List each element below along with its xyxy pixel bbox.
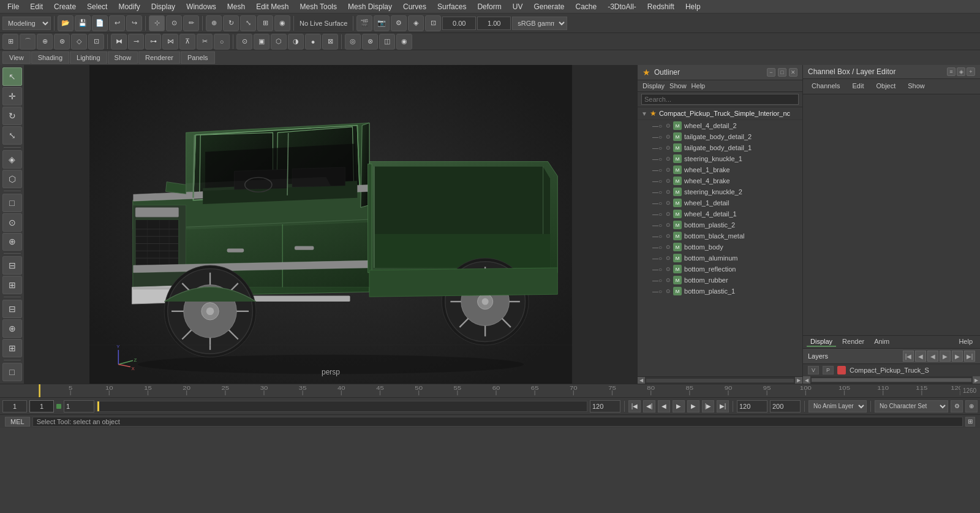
layers-scroll-left[interactable]: ◀ xyxy=(803,376,810,384)
tab-show[interactable]: Show xyxy=(108,51,138,64)
menu-surfaces[interactable]: Surfaces xyxy=(432,1,471,12)
isolate-btn[interactable]: ⊙ xyxy=(236,34,252,50)
render-btn[interactable]: 🎬 xyxy=(356,15,372,31)
keep-faces-btn[interactable]: ◫ xyxy=(379,34,395,50)
show-tool[interactable]: ⊟ xyxy=(2,256,22,275)
select-tool[interactable]: ↖ xyxy=(2,67,22,86)
playback-range-start[interactable] xyxy=(64,400,94,412)
outliner-scroll-right[interactable]: ▶ xyxy=(795,377,802,384)
texture-btn[interactable]: ⊠ xyxy=(322,34,338,50)
display-btn[interactable]: ▣ xyxy=(254,34,270,50)
paint-tool-btn[interactable]: ✏ xyxy=(183,15,199,31)
layers-nav-4[interactable]: ▶ xyxy=(940,351,951,362)
undo-btn[interactable]: ↩ xyxy=(109,15,125,31)
menu-uv[interactable]: UV xyxy=(508,1,528,12)
menu-edit[interactable]: Edit xyxy=(25,1,48,12)
menu-create[interactable]: Create xyxy=(49,1,81,12)
gamma-dropdown[interactable]: sRGB gamma xyxy=(512,17,567,30)
ipr-btn[interactable]: 📷 xyxy=(374,15,390,31)
snap-surface-btn[interactable]: ◇ xyxy=(71,34,87,50)
hide-btn[interactable]: ○ xyxy=(214,34,230,50)
paint-select-tool[interactable]: ⊙ xyxy=(2,213,22,232)
outliner-close-btn[interactable]: ✕ xyxy=(789,68,797,77)
outliner-menu-help[interactable]: Help xyxy=(692,82,706,89)
tree-item-10[interactable]: —○ ⊙ M bottom_black_metal xyxy=(638,230,802,241)
layer-playback-btn[interactable]: P xyxy=(823,366,834,374)
tree-item-11[interactable]: —○ ⊙ M bottom_body xyxy=(638,241,802,253)
tree-item-2[interactable]: —○ ⊙ M tailgate_body_detail_1 xyxy=(638,142,802,153)
playback-char-icon1[interactable]: ⚙ xyxy=(951,400,963,412)
transform-btn[interactable]: ⊕ xyxy=(206,15,222,31)
shade-btn[interactable]: ◑ xyxy=(288,34,304,50)
soft-sel-tool[interactable]: ⊕ xyxy=(2,233,22,251)
layers-nav-6[interactable]: ▶| xyxy=(964,351,975,362)
open-btn[interactable]: 📂 xyxy=(58,15,74,31)
tab-renderer[interactable]: Renderer xyxy=(138,51,180,64)
preserve-btn[interactable]: ⋈ xyxy=(162,34,178,50)
layers-nav-3[interactable]: ◀ xyxy=(927,351,938,362)
outliner-menu-show[interactable]: Show xyxy=(669,82,687,89)
mel-button[interactable]: MEL xyxy=(5,417,30,427)
layer-color-swatch[interactable] xyxy=(837,366,846,374)
rotate-btn[interactable]: ↻ xyxy=(223,15,239,31)
lasso-tool-btn[interactable]: ⊙ xyxy=(166,15,182,31)
menu-edit-mesh[interactable]: Edit Mesh xyxy=(251,1,293,12)
tree-item-13[interactable]: —○ ⊙ M bottom_reflection xyxy=(638,264,802,275)
outliner-tree[interactable]: ▼ ★ Compact_Pickup_Truck_Simple_Interior… xyxy=(638,107,802,376)
playback-skip-end-btn[interactable]: ▶| xyxy=(717,400,729,412)
playback-play-btn[interactable]: ▶ xyxy=(673,400,685,412)
subtab-help[interactable]: Help xyxy=(955,337,976,347)
tab-lighting[interactable]: Lighting xyxy=(70,51,107,64)
playback-char-icon2[interactable]: ⊕ xyxy=(965,400,978,412)
viewport[interactable]: Z Y X persp xyxy=(24,65,637,384)
menu-help[interactable]: Help xyxy=(680,1,706,12)
playback-range-end[interactable] xyxy=(590,400,620,412)
channel-tab-object[interactable]: Object xyxy=(871,81,900,92)
menu-mesh-tools[interactable]: Mesh Tools xyxy=(295,1,342,12)
tree-item-7[interactable]: —○ ⊙ M wheel_1_detail xyxy=(638,197,802,208)
playback-skip-start-btn[interactable]: |◀ xyxy=(628,400,641,412)
hide-obj-tool[interactable]: ⊞ xyxy=(2,276,22,294)
channel-box-icon2[interactable]: ◈ xyxy=(957,67,965,76)
tweak-btn[interactable]: ⊶ xyxy=(145,34,161,50)
snap-live-btn[interactable]: ⊡ xyxy=(88,34,104,50)
menu-generate[interactable]: Generate xyxy=(529,1,569,12)
tree-item-5[interactable]: —○ ⊙ M wheel_4_brake xyxy=(638,175,802,186)
redo-btn[interactable]: ↪ xyxy=(126,15,142,31)
xray-btn[interactable]: ◎ xyxy=(345,34,361,50)
lasso-tool[interactable]: □ xyxy=(2,194,22,212)
rotate-tool[interactable]: ↻ xyxy=(2,107,22,125)
menu-windows[interactable]: Windows xyxy=(181,1,221,12)
outliner-hscroll[interactable]: ◀ ▶ xyxy=(638,376,802,384)
smooth-btn[interactable]: ◉ xyxy=(396,34,412,50)
misc-tool[interactable]: □ xyxy=(2,363,22,381)
status-input[interactable]: Select Tool: select an object xyxy=(32,417,963,427)
outliner-scroll-track[interactable] xyxy=(646,379,794,382)
measure-tool[interactable]: ⊕ xyxy=(2,319,22,338)
channel-box-icon1[interactable]: ≡ xyxy=(947,67,956,76)
playback-end-frame[interactable] xyxy=(737,400,767,412)
playback-current-frame[interactable]: 1 xyxy=(29,400,54,412)
tree-item-8[interactable]: —○ ⊙ M wheel_4_detail_1 xyxy=(638,208,802,219)
playback-prev-frame-btn[interactable]: ◀ xyxy=(658,400,670,412)
playback-char-set-dropdown[interactable]: No Character Set xyxy=(875,400,948,412)
scale-btn[interactable]: ⤡ xyxy=(240,15,256,31)
mode-dropdown[interactable]: Modeling Rigging Animation xyxy=(2,17,51,30)
subtab-display[interactable]: Display xyxy=(807,337,836,347)
soft-mod-btn[interactable]: ⊸ xyxy=(128,34,144,50)
subtab-render[interactable]: Render xyxy=(839,337,868,347)
outliner-scroll-left[interactable]: ◀ xyxy=(638,377,645,384)
val2-input[interactable] xyxy=(477,17,511,30)
menu-curves[interactable]: Curves xyxy=(398,1,431,12)
channel-tab-show[interactable]: Show xyxy=(903,81,930,92)
channel-box-icon3[interactable]: + xyxy=(967,67,975,76)
shade2-btn[interactable]: ● xyxy=(305,34,321,50)
layers-hscroll[interactable]: ◀ ▶ xyxy=(803,376,980,384)
snap-point-btn[interactable]: ⊕ xyxy=(37,34,53,50)
layers-nav-2[interactable]: ◀ xyxy=(915,351,926,362)
tree-item-14[interactable]: —○ ⊙ M bottom_rubber xyxy=(638,275,802,286)
hypershade-btn[interactable]: ◈ xyxy=(408,15,424,31)
select-tool-btn[interactable]: ⊹ xyxy=(149,15,165,31)
backface-btn[interactable]: ⊗ xyxy=(362,34,378,50)
layers-nav-5[interactable]: ▶ xyxy=(952,351,963,362)
